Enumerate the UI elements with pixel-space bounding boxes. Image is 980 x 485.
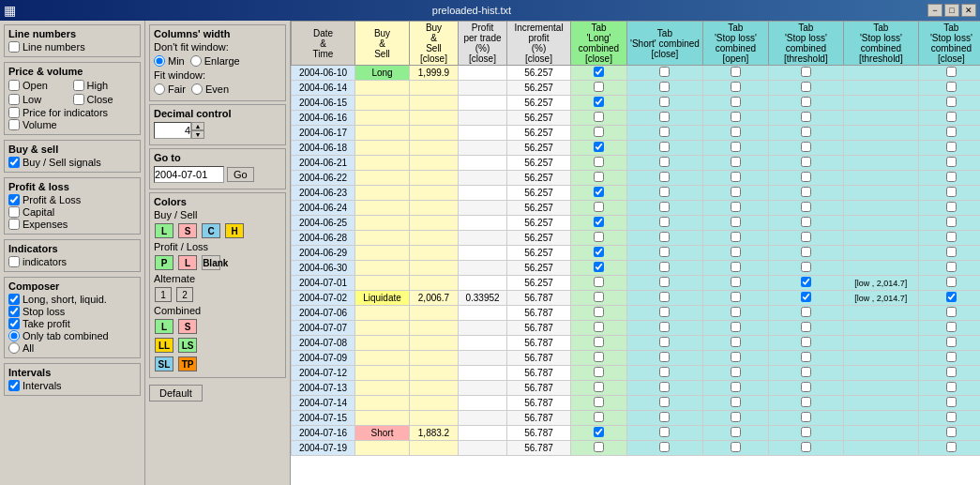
tab-stoploss-close-checkbox[interactable] bbox=[946, 397, 957, 407]
tab-short-checkbox[interactable] bbox=[659, 82, 670, 92]
tab-long-checkbox[interactable] bbox=[594, 277, 604, 287]
tab-stoploss-threshold1-checkbox[interactable] bbox=[801, 277, 811, 287]
tab-stoploss-threshold1-checkbox[interactable] bbox=[801, 202, 811, 212]
tab-stoploss-open-checkbox[interactable] bbox=[731, 397, 741, 407]
open-checkbox[interactable] bbox=[8, 80, 20, 91]
tab-short-checkbox[interactable] bbox=[659, 97, 670, 107]
tab-short-checkbox[interactable] bbox=[659, 412, 670, 422]
tab-stoploss-close-checkbox[interactable] bbox=[946, 337, 957, 347]
min-radio[interactable] bbox=[154, 55, 165, 67]
tab-short-checkbox[interactable] bbox=[659, 442, 670, 452]
tab-stoploss-open-checkbox[interactable] bbox=[731, 442, 741, 452]
tab-short-checkbox[interactable] bbox=[659, 322, 670, 332]
tab-stoploss-open-checkbox[interactable] bbox=[731, 97, 741, 107]
tab-stoploss-open-checkbox[interactable] bbox=[731, 307, 741, 317]
combined-btn-L[interactable]: L bbox=[155, 319, 173, 334]
tab-long-checkbox[interactable] bbox=[594, 97, 604, 107]
tab-stoploss-threshold1-checkbox[interactable] bbox=[801, 352, 811, 362]
tab-short-checkbox[interactable] bbox=[659, 307, 670, 317]
tab-short-checkbox[interactable] bbox=[659, 172, 670, 182]
stop-loss-checkbox[interactable] bbox=[8, 306, 20, 317]
tab-stoploss-threshold1-checkbox[interactable] bbox=[801, 337, 811, 347]
tab-long-checkbox[interactable] bbox=[594, 397, 604, 407]
tab-stoploss-open-checkbox[interactable] bbox=[731, 322, 741, 332]
color-btn-H[interactable]: H bbox=[225, 223, 244, 238]
price-indicators-checkbox[interactable] bbox=[8, 107, 20, 118]
color-btn-blank[interactable]: Blank bbox=[202, 255, 220, 270]
tab-stoploss-open-checkbox[interactable] bbox=[731, 202, 741, 212]
tab-stoploss-threshold1-checkbox[interactable] bbox=[801, 112, 811, 122]
tab-stoploss-close-checkbox[interactable] bbox=[946, 97, 957, 107]
low-checkbox[interactable] bbox=[8, 94, 20, 105]
tab-stoploss-threshold1-checkbox[interactable] bbox=[801, 157, 811, 167]
tab-long-checkbox[interactable] bbox=[594, 67, 604, 77]
tab-stoploss-threshold1-checkbox[interactable] bbox=[801, 367, 811, 377]
tab-stoploss-open-checkbox[interactable] bbox=[731, 277, 741, 287]
tab-short-checkbox[interactable] bbox=[659, 262, 670, 272]
minimize-button[interactable]: − bbox=[927, 4, 942, 17]
tab-short-checkbox[interactable] bbox=[659, 232, 670, 242]
tab-short-checkbox[interactable] bbox=[659, 337, 670, 347]
combined-btn-TP[interactable]: TP bbox=[178, 356, 197, 371]
tab-stoploss-close-checkbox[interactable] bbox=[946, 427, 957, 437]
tab-stoploss-threshold1-checkbox[interactable] bbox=[801, 322, 811, 332]
tab-stoploss-close-checkbox[interactable] bbox=[946, 277, 957, 287]
tab-stoploss-threshold1-checkbox[interactable] bbox=[801, 217, 811, 227]
tab-short-checkbox[interactable] bbox=[659, 112, 670, 122]
buy-sell-signals-checkbox[interactable] bbox=[8, 157, 20, 168]
tab-stoploss-close-checkbox[interactable] bbox=[946, 247, 957, 257]
tab-long-checkbox[interactable] bbox=[594, 322, 604, 332]
tab-long-checkbox[interactable] bbox=[594, 442, 604, 452]
only-tab-combined-radio[interactable] bbox=[8, 330, 20, 341]
tab-stoploss-open-checkbox[interactable] bbox=[731, 292, 741, 302]
tab-stoploss-open-checkbox[interactable] bbox=[731, 412, 741, 422]
decimal-down-btn[interactable]: ▼ bbox=[191, 130, 204, 139]
goto-input[interactable] bbox=[154, 166, 224, 183]
tab-long-checkbox[interactable] bbox=[594, 187, 604, 197]
color-btn-L2[interactable]: L bbox=[178, 255, 197, 270]
tab-stoploss-close-checkbox[interactable] bbox=[946, 292, 957, 302]
tab-stoploss-open-checkbox[interactable] bbox=[731, 112, 741, 122]
tab-stoploss-threshold1-checkbox[interactable] bbox=[801, 412, 811, 422]
alt-btn-1[interactable]: 1 bbox=[155, 287, 172, 302]
tab-short-checkbox[interactable] bbox=[659, 67, 670, 77]
tab-stoploss-close-checkbox[interactable] bbox=[946, 367, 957, 377]
fair-radio[interactable] bbox=[154, 83, 165, 95]
combined-btn-LL[interactable]: LL bbox=[155, 338, 173, 353]
tab-short-checkbox[interactable] bbox=[659, 202, 670, 212]
pl-checkbox[interactable] bbox=[8, 194, 20, 205]
tab-short-checkbox[interactable] bbox=[659, 427, 670, 437]
tab-stoploss-close-checkbox[interactable] bbox=[946, 202, 957, 212]
tab-stoploss-close-checkbox[interactable] bbox=[946, 187, 957, 197]
tab-stoploss-open-checkbox[interactable] bbox=[731, 247, 741, 257]
color-btn-L[interactable]: L bbox=[155, 223, 173, 238]
volume-checkbox[interactable] bbox=[8, 119, 20, 130]
tab-stoploss-threshold1-checkbox[interactable] bbox=[801, 67, 811, 77]
all-radio[interactable] bbox=[8, 342, 20, 354]
combined-btn-SL[interactable]: SL bbox=[155, 356, 173, 371]
tab-stoploss-threshold1-checkbox[interactable] bbox=[801, 187, 811, 197]
tab-short-checkbox[interactable] bbox=[659, 292, 670, 302]
expenses-checkbox[interactable] bbox=[8, 219, 20, 230]
alt-btn-2[interactable]: 2 bbox=[176, 287, 193, 302]
tab-long-checkbox[interactable] bbox=[594, 172, 604, 182]
tab-long-checkbox[interactable] bbox=[594, 412, 604, 422]
tab-long-checkbox[interactable] bbox=[594, 292, 604, 302]
tab-stoploss-close-checkbox[interactable] bbox=[946, 442, 957, 452]
tab-stoploss-open-checkbox[interactable] bbox=[731, 157, 741, 167]
tab-stoploss-open-checkbox[interactable] bbox=[731, 427, 741, 437]
tab-stoploss-threshold1-checkbox[interactable] bbox=[801, 442, 811, 452]
tab-stoploss-threshold1-checkbox[interactable] bbox=[801, 427, 811, 437]
close-checkbox[interactable] bbox=[73, 94, 84, 105]
decimal-up-btn[interactable]: ▲ bbox=[191, 122, 204, 130]
tab-stoploss-close-checkbox[interactable] bbox=[946, 322, 957, 332]
combined-btn-LS[interactable]: LS bbox=[178, 338, 197, 353]
tab-stoploss-threshold1-checkbox[interactable] bbox=[801, 247, 811, 257]
tab-stoploss-open-checkbox[interactable] bbox=[731, 127, 741, 137]
tab-long-checkbox[interactable] bbox=[594, 202, 604, 212]
tab-stoploss-threshold1-checkbox[interactable] bbox=[801, 382, 811, 392]
tab-short-checkbox[interactable] bbox=[659, 367, 670, 377]
tab-stoploss-close-checkbox[interactable] bbox=[946, 232, 957, 242]
combined-btn-S[interactable]: S bbox=[178, 319, 197, 334]
color-btn-C[interactable]: C bbox=[202, 223, 220, 238]
